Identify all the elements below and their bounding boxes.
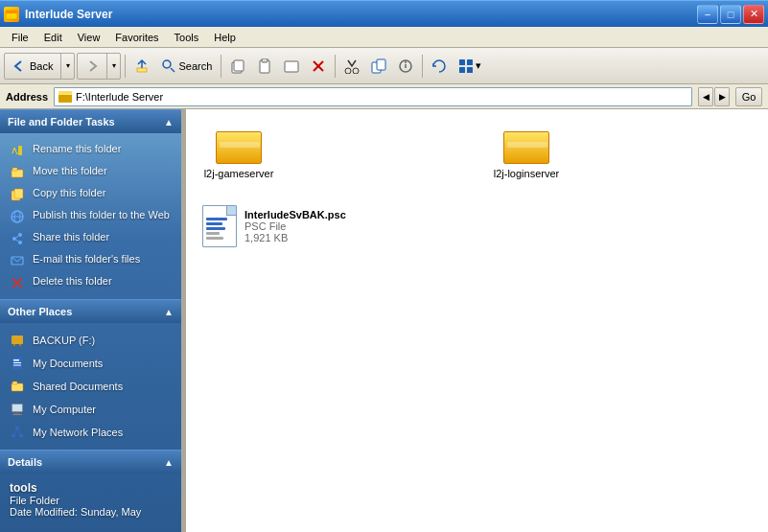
toolbar-separator-3	[335, 55, 336, 78]
toolbar: Back ▾ ▾ Search	[0, 48, 768, 84]
tb-btn-3[interactable]	[279, 52, 304, 81]
forward-dropdown-arrow[interactable]: ▾	[106, 54, 120, 79]
close-button[interactable]: ✕	[743, 5, 764, 24]
mydocs-icon	[10, 356, 25, 371]
gameserver-name: l2j-gameserver	[204, 168, 274, 180]
svg-rect-49	[14, 412, 20, 414]
back-button[interactable]: Back ▾	[4, 53, 75, 80]
publish-icon	[10, 209, 25, 224]
cut-button[interactable]	[339, 52, 364, 81]
minimize-button[interactable]: −	[697, 5, 718, 24]
svg-point-13	[353, 68, 359, 74]
task-share[interactable]: Share this folder	[0, 227, 181, 249]
up-button[interactable]	[129, 52, 154, 81]
maximize-button[interactable]: □	[720, 5, 741, 24]
other-places-header[interactable]: Other Places ▲	[0, 299, 181, 323]
go-button[interactable]: Go	[735, 87, 762, 106]
svg-line-4	[171, 68, 175, 72]
tb-btn-2[interactable]	[252, 52, 277, 81]
tasks-toggle-icon: ▲	[164, 117, 174, 127]
file-item-gameserver[interactable]: l2j-gameserver	[196, 119, 282, 187]
tb-btn-1[interactable]	[225, 52, 250, 81]
search-button[interactable]: Search	[156, 52, 217, 81]
psc-file-icon	[202, 205, 237, 247]
place-backup[interactable]: BACKUP (F:)	[0, 329, 181, 352]
properties-button[interactable]	[393, 52, 418, 81]
address-input-wrap[interactable]: F:\Interlude Server	[54, 87, 692, 106]
svg-rect-47	[12, 382, 17, 384]
address-arrows: ◀ ▶	[698, 87, 730, 106]
menu-favorites[interactable]: Favorites	[107, 30, 166, 45]
back-dropdown-arrow[interactable]: ▾	[60, 54, 74, 79]
details-modified: Date Modified: Sunday, May	[10, 506, 172, 518]
share-icon	[10, 231, 25, 246]
refresh-button[interactable]	[427, 52, 452, 81]
forward-button[interactable]: ▾	[77, 53, 121, 80]
svg-rect-2	[137, 68, 147, 72]
place-shared[interactable]: Shared Documents	[0, 375, 181, 398]
address-path: F:\Interlude Server	[76, 91, 687, 103]
view-button[interactable]: ▾	[454, 52, 486, 81]
svg-rect-22	[467, 67, 473, 73]
delete-label: Delete this folder	[33, 274, 112, 288]
task-publish[interactable]: Publish this folder to the Web	[0, 205, 181, 227]
address-back-arrow[interactable]: ◀	[698, 87, 713, 106]
task-email[interactable]: E-mail this folder's files	[0, 249, 181, 271]
svg-point-3	[163, 60, 171, 68]
svg-rect-54	[19, 434, 23, 437]
menu-file[interactable]: File	[4, 30, 36, 45]
details-section-header[interactable]: Details ▲	[0, 450, 181, 474]
loginserver-name: l2j-loginserver	[494, 168, 559, 180]
email-icon	[10, 253, 25, 268]
mycomputer-icon	[10, 402, 25, 417]
cut-icon	[344, 58, 360, 74]
file-item-psc[interactable]: InterludeSvBAK.psc PSC File 1,921 KB	[196, 200, 464, 252]
svg-rect-45	[13, 365, 21, 366]
task-move[interactable]: Move this folder	[0, 161, 181, 183]
file-item-loginserver[interactable]: l2j-loginserver	[483, 119, 570, 187]
tasks-section-header[interactable]: File and Folder Tasks ▲	[0, 109, 181, 133]
menu-tools[interactable]: Tools	[167, 30, 207, 45]
back-label: Back	[5, 59, 60, 73]
place-network[interactable]: My Network Places	[0, 421, 181, 444]
place-mycomputer[interactable]: My Computer	[0, 398, 181, 421]
search-label: Search	[178, 60, 212, 72]
svg-rect-50	[12, 414, 22, 415]
copy-icon-task	[10, 187, 25, 202]
place-mydocs[interactable]: My Documents	[0, 352, 181, 375]
menu-view[interactable]: View	[70, 30, 108, 45]
delete-button[interactable]	[306, 52, 331, 81]
delete-icon	[311, 58, 326, 74]
copy2-button[interactable]	[366, 52, 391, 81]
svg-rect-8	[262, 58, 268, 62]
address-forward-arrow[interactable]: ▶	[714, 87, 730, 106]
move-label: Move this folder	[33, 164, 107, 177]
folder-body-2	[503, 131, 549, 164]
svg-point-18	[405, 61, 407, 63]
task-delete[interactable]: Delete this folder	[0, 271, 181, 293]
title-bar: Interlude Server − □ ✕	[0, 0, 768, 27]
task-copy[interactable]: Copy this folder	[0, 183, 181, 205]
psc-line-4	[206, 232, 220, 235]
move-icon-task	[10, 165, 25, 180]
details-section: tools File Folder Date Modified: Sunday,…	[0, 474, 181, 525]
svg-rect-27	[14, 189, 23, 198]
svg-line-35	[16, 240, 18, 242]
svg-rect-25	[12, 168, 17, 171]
task-rename[interactable]: Rename this folder	[0, 139, 181, 161]
forward-icon	[85, 59, 99, 73]
task-list: Rename this folder Move this folder Copy…	[0, 133, 181, 299]
folder-icon-loginserver	[503, 126, 549, 164]
menu-edit[interactable]: Edit	[36, 30, 70, 45]
up-icon	[134, 58, 150, 74]
window-controls: − □ ✕	[697, 5, 764, 24]
menu-help[interactable]: Help	[206, 30, 244, 45]
svg-point-33	[18, 241, 22, 244]
folder-icon-gameserver	[216, 126, 262, 164]
toolbar-separator-1	[125, 55, 126, 78]
tasks-header-label: File and Folder Tasks	[8, 116, 115, 127]
psc-filetype: PSC File	[244, 220, 346, 232]
folder-shine	[220, 142, 260, 148]
psc-file-info: InterludeSvBAK.psc PSC File 1,921 KB	[244, 209, 346, 243]
delete-icon-task	[10, 275, 25, 290]
